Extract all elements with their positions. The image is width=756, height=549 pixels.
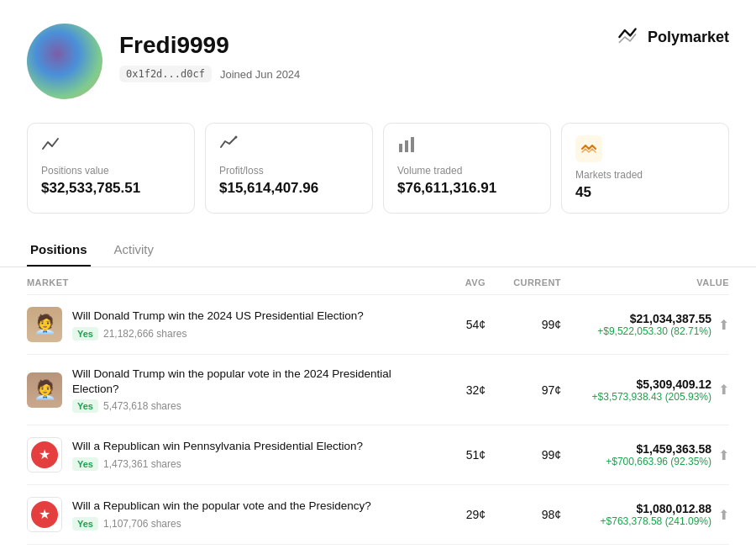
stat-value-3: 45 bbox=[575, 184, 715, 201]
profit-loss-icon bbox=[219, 135, 359, 158]
tabs-section: Positions Activity bbox=[0, 234, 756, 267]
col-value-cell-4: $1,080,012.88 +$763,378.58 (241.09%) ⬆ bbox=[561, 502, 729, 527]
positions-value-icon bbox=[41, 135, 181, 158]
svg-rect-1 bbox=[399, 144, 402, 152]
value-info-1: $21,034,387.55 +$9,522,053.30 (82.71%) bbox=[597, 312, 711, 337]
market-thumb-2: 🧑‍💼 bbox=[27, 372, 62, 408]
stat-value-1: $15,614,407.96 bbox=[219, 180, 359, 197]
svg-rect-2 bbox=[405, 140, 408, 152]
market-thumb-4: ★ bbox=[27, 497, 62, 532]
col-value-cell-1: $21,034,387.55 +$9,522,053.30 (82.71%) ⬆ bbox=[561, 312, 729, 337]
polymarket-icon bbox=[614, 24, 641, 50]
share-icon-4[interactable]: ⬆ bbox=[718, 507, 729, 523]
table-row: ★ Will a Republican win Pennsylvania Pre… bbox=[27, 425, 729, 485]
col-header-avg: AVG bbox=[427, 277, 486, 288]
value-change-2: +$3,573,938.43 (205.93%) bbox=[592, 391, 711, 403]
table-header: MARKET AVG CURRENT VALUE bbox=[27, 267, 729, 295]
profile-header: Fredi9999 0x1f2d...d0cf Joined Jun 2024 … bbox=[0, 0, 756, 116]
value-change-4: +$763,378.58 (241.09%) bbox=[601, 515, 711, 527]
markets-traded-icon bbox=[575, 135, 602, 162]
stat-label-0: Positions value bbox=[41, 165, 181, 177]
value-change-1: +$9,522,053.30 (82.71%) bbox=[597, 325, 711, 337]
market-info-1: Will Donald Trump win the 2024 US Presid… bbox=[72, 309, 364, 340]
market-title-1[interactable]: Will Donald Trump win the 2024 US Presid… bbox=[72, 309, 364, 324]
market-info-4: Will a Republican win the popular vote a… bbox=[72, 499, 371, 531]
market-title-4[interactable]: Will a Republican win the popular vote a… bbox=[72, 499, 371, 514]
stats-grid: Positions value $32,533,785.51 Profit/lo… bbox=[0, 116, 756, 234]
yes-badge-3: Yes bbox=[72, 457, 98, 471]
user-meta: 0x1f2d...d0cf Joined Jun 2024 bbox=[119, 66, 300, 82]
stat-value-2: $76,611,316.91 bbox=[397, 180, 537, 197]
stat-card-positions-value: Positions value $32,533,785.51 bbox=[27, 123, 195, 214]
table-row: 🧑‍💼 Will Donald Trump win the popular vo… bbox=[27, 355, 729, 425]
stat-label-1: Profit/loss bbox=[219, 165, 359, 177]
wallet-address: 0x1f2d...d0cf bbox=[119, 66, 212, 82]
market-info-2: Will Donald Trump win the popular vote i… bbox=[72, 367, 427, 413]
col-header-value: VALUE bbox=[561, 277, 729, 288]
share-icon-2[interactable]: ⬆ bbox=[718, 382, 729, 398]
yes-badge-2: Yes bbox=[72, 399, 98, 413]
value-main-4: $1,080,012.88 bbox=[601, 502, 711, 515]
stat-label-2: Volume traded bbox=[397, 165, 537, 177]
market-title-3[interactable]: Will a Republican win Pennsylvania Presi… bbox=[72, 439, 363, 454]
yes-badge-1: Yes bbox=[72, 327, 98, 340]
svg-rect-3 bbox=[411, 137, 414, 152]
stat-card-profit-loss: Profit/loss $15,614,407.96 bbox=[205, 123, 373, 214]
market-info-3: Will a Republican win Pennsylvania Presi… bbox=[72, 439, 363, 471]
market-cell-4: ★ Will a Republican win the popular vote… bbox=[27, 497, 427, 532]
shares-text-4: 1,107,706 shares bbox=[103, 518, 181, 530]
stat-card-markets-traded: Markets traded 45 bbox=[561, 123, 729, 214]
tabs: Positions Activity bbox=[27, 234, 729, 267]
value-info-2: $5,309,409.12 +$3,573,938.43 (205.93%) bbox=[592, 377, 711, 403]
user-info: Fredi9999 0x1f2d...d0cf Joined Jun 2024 bbox=[119, 24, 300, 82]
table-row: ★ Will a Republican win the popular vote… bbox=[27, 485, 729, 545]
stat-card-volume-traded: Volume traded $76,611,316.91 bbox=[383, 123, 551, 214]
avatar bbox=[27, 24, 102, 99]
market-cell-2: 🧑‍💼 Will Donald Trump win the popular vo… bbox=[27, 367, 427, 413]
market-thumb-3: ★ bbox=[27, 437, 62, 472]
col-current-1: 99¢ bbox=[486, 318, 561, 331]
shares-text-3: 1,473,361 shares bbox=[103, 458, 181, 470]
stat-label-3: Markets traded bbox=[575, 169, 715, 181]
tab-activity[interactable]: Activity bbox=[111, 234, 158, 267]
polymarket-logo: Polymarket bbox=[614, 24, 729, 50]
shares-text-2: 5,473,618 shares bbox=[103, 400, 181, 412]
market-cell-1: 🧑‍💼 Will Donald Trump win the 2024 US Pr… bbox=[27, 307, 427, 342]
username: Fredi9999 bbox=[119, 32, 300, 59]
col-avg-3: 51¢ bbox=[427, 448, 486, 462]
share-icon-1[interactable]: ⬆ bbox=[718, 317, 729, 333]
col-value-cell-2: $5,309,409.12 +$3,573,938.43 (205.93%) ⬆ bbox=[561, 377, 729, 403]
col-avg-1: 54¢ bbox=[427, 318, 486, 331]
col-header-market: MARKET bbox=[27, 277, 427, 288]
table-section: MARKET AVG CURRENT VALUE 🧑‍💼 Will Donald… bbox=[0, 267, 756, 545]
value-main-1: $21,034,387.55 bbox=[597, 312, 711, 325]
value-main-3: $1,459,363.58 bbox=[606, 442, 711, 456]
market-shares-1: Yes 21,182,666 shares bbox=[72, 327, 364, 340]
join-date: Joined Jun 2024 bbox=[220, 68, 300, 81]
share-icon-3[interactable]: ⬆ bbox=[718, 447, 729, 463]
col-current-2: 97¢ bbox=[486, 383, 561, 397]
table-row: 🧑‍💼 Will Donald Trump win the 2024 US Pr… bbox=[27, 295, 729, 355]
tab-positions[interactable]: Positions bbox=[27, 234, 91, 267]
col-current-4: 98¢ bbox=[486, 508, 561, 521]
shares-text-1: 21,182,666 shares bbox=[103, 328, 186, 340]
value-info-4: $1,080,012.88 +$763,378.58 (241.09%) bbox=[601, 502, 711, 527]
market-shares-3: Yes 1,473,361 shares bbox=[72, 457, 363, 471]
col-avg-2: 32¢ bbox=[427, 383, 486, 397]
market-thumb-1: 🧑‍💼 bbox=[27, 307, 62, 342]
col-avg-4: 29¢ bbox=[427, 508, 486, 521]
col-current-3: 99¢ bbox=[486, 448, 561, 462]
svg-point-0 bbox=[235, 136, 238, 139]
value-info-3: $1,459,363.58 +$700,663.96 (92.35%) bbox=[606, 442, 711, 467]
yes-badge-4: Yes bbox=[72, 517, 98, 531]
market-title-2[interactable]: Will Donald Trump win the popular vote i… bbox=[72, 367, 427, 396]
col-value-cell-3: $1,459,363.58 +$700,663.96 (92.35%) ⬆ bbox=[561, 442, 729, 467]
stat-value-0: $32,533,785.51 bbox=[41, 180, 181, 197]
market-shares-2: Yes 5,473,618 shares bbox=[72, 399, 427, 413]
market-shares-4: Yes 1,107,706 shares bbox=[72, 517, 371, 531]
value-main-2: $5,309,409.12 bbox=[592, 377, 711, 391]
volume-traded-icon bbox=[397, 135, 537, 158]
market-cell-3: ★ Will a Republican win Pennsylvania Pre… bbox=[27, 437, 427, 472]
value-change-3: +$700,663.96 (92.35%) bbox=[606, 456, 711, 467]
col-header-current: CURRENT bbox=[486, 277, 561, 288]
